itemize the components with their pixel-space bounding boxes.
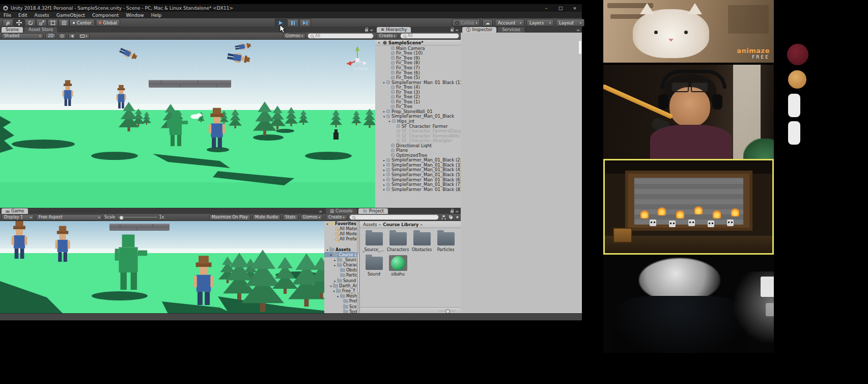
side-avatar-orange[interactable] [788,70,806,89]
space-toggle-button[interactable]: Global [96,19,120,26]
project-tree-scrollbar[interactable] [357,221,359,314]
hierarchy-item[interactable]: Directional Light [375,143,461,148]
asset-tile[interactable]: Particles [434,231,458,252]
tab-hierarchy[interactable]: ≡Hierarchy [377,27,411,33]
step-button[interactable] [299,19,311,27]
draw-mode-dropdown[interactable]: Shaded▾ [2,33,43,39]
hierarchy-item[interactable]: ▸ SimpleFarmer_Man_01_Black (3) [375,162,461,168]
project-tree-item[interactable]: ▸ Sound [324,278,359,283]
menu-item[interactable]: Edit [15,13,31,18]
transform-tool-button[interactable] [59,19,69,26]
collab-button[interactable]: ✓Collab▾ [452,19,480,26]
hierarchy-item[interactable]: SF_Character_FarmersDaughter [375,128,461,133]
maximize-button[interactable]: □ [553,4,568,12]
project-tree-item[interactable]: ▾ Free_T [324,288,359,293]
hierarchy-item[interactable]: Fir_Tree (8) [375,61,461,66]
panel-menu-icon[interactable]: ≡ [370,28,373,33]
panel-menu-icon[interactable]: ≡ [576,28,580,33]
pause-button[interactable] [287,19,299,27]
hierarchy-item[interactable]: ▸ SimpleFarmer_Man_01_Black (1) [375,80,461,85]
hierarchy-item[interactable]: Fir_Tree (10) [375,51,461,56]
hierarchy-item[interactable]: Plane [375,148,461,153]
side-panel-button[interactable] [788,94,800,117]
game-gizmos-dropdown[interactable]: Gizmos▾ [300,214,323,221]
hierarchy-item[interactable]: Fir_Tree [375,104,461,109]
hierarchy-item[interactable]: SF_Character_Farmer [375,124,461,129]
asset-tile[interactable]: Sound [362,255,386,277]
tab-inspector[interactable]: ⓘInspector [462,27,496,33]
close-button[interactable]: × [568,4,582,12]
project-tree-item[interactable]: ▾ Course Library [324,252,359,257]
menu-item[interactable]: File [0,13,15,18]
project-tree-item[interactable]: Particles [324,273,359,278]
lock-icon[interactable] [365,29,368,32]
minimize-button[interactable]: – [539,4,553,12]
panel-menu-icon[interactable]: ≡ [319,209,322,214]
hierarchy-item[interactable]: ▸ SimpleFarmer_Man_01_Black (8) [375,187,461,192]
pivot-toggle-button[interactable]: Center [69,19,95,26]
hierarchy-item[interactable]: Fir_Tree (3) [375,90,461,95]
project-tree-item[interactable]: All Models [324,231,359,236]
project-tree-item[interactable]: ▾ Assets [324,247,359,252]
hierarchy-item[interactable]: ▸ SimpleFarmer_Man_01_Black (5) [375,172,461,177]
asset-tile[interactable]: sibahu [386,255,410,277]
maximize-on-play-toggle[interactable]: Maximize On Play [209,214,250,221]
hierarchy-item[interactable]: ▾ SimpleFarmer_Man_01_Black [375,114,461,119]
search-by-label-icon[interactable] [449,215,454,220]
tab-game[interactable]: Game [2,208,28,214]
side-avatar-red[interactable] [787,44,808,65]
perspective-label[interactable]: ◂ Persp [354,66,368,71]
video-feed-host[interactable] [603,65,774,159]
hierarchy-item[interactable]: ▸ Hips_jnt [375,119,461,124]
layout-dropdown[interactable]: Layout▾ [556,19,584,26]
hierarchy-item[interactable]: ▸ SimpleFarmer_Man_01_Black (2) [375,158,461,163]
video-feed-minecraft-active[interactable] [603,159,774,255]
project-tree-item[interactable]: ▸ Characters [324,263,359,268]
account-dropdown[interactable]: Account▾ [495,19,524,26]
project-tree-item[interactable]: Scenes [324,304,359,309]
scale-tool-button[interactable] [36,19,47,26]
scene-viewport[interactable]: ◂ Persp [0,40,375,208]
panel-menu-icon[interactable]: ≡ [455,28,459,33]
side-panel-button[interactable] [788,121,800,145]
scene-search-input[interactable]: All [307,33,374,39]
video-feed-cat[interactable]: animaze FREE [603,0,774,63]
game-viewport[interactable] [0,221,324,314]
rect-tool-button[interactable] [47,19,58,26]
display-dropdown[interactable]: Display 1▾ [2,214,34,221]
aspect-dropdown[interactable]: Free Aspect▾ [36,214,102,221]
thumbnail-size-slider[interactable] [438,311,456,311]
project-tree-item[interactable]: ▸ Meshes [324,294,359,299]
project-tree-item[interactable]: Obstacles [324,268,359,273]
project-tree-item[interactable]: All Prefabs [324,237,359,242]
tab-asset-store[interactable]: Asset Store [24,27,57,33]
hierarchy-item[interactable]: Fir_Tree (1) [375,99,461,104]
layers-dropdown[interactable]: Layers▾ [526,19,554,26]
move-tool-button[interactable] [14,19,24,26]
hierarchy-item[interactable]: ▸ SimpleFarmer_Man_01_Black (6) [375,177,461,182]
hierarchy-item[interactable]: OptimizedTree [375,153,461,158]
breadcrumb-root[interactable]: Assets [363,222,377,227]
menu-item[interactable]: GameObject [53,13,89,18]
asset-tile[interactable]: _Source_Files [362,231,386,252]
lighting-toggle-button[interactable] [58,33,66,39]
asset-tile[interactable]: Obstacles [410,231,434,252]
mute-audio-toggle[interactable]: Mute Audio [253,214,281,221]
hierarchy-item[interactable]: Fir_Tree (4) [375,85,461,90]
lock-icon[interactable] [451,210,454,213]
audio-toggle-button[interactable] [68,33,76,39]
scene-root-row[interactable]: ▾ SampleScene* [375,40,461,46]
hierarchy-item[interactable]: ▸ SimpleFarmer_Man_01_Black (4) [375,168,461,173]
menu-item[interactable]: Assets [31,13,53,18]
rotate-tool-button[interactable] [25,19,36,26]
project-tree-item[interactable]: Prefabs [324,299,359,304]
project-create-dropdown[interactable]: Create▾ [326,214,347,221]
hierarchy-item[interactable]: ▸ SimpleFarmer_Man_01_Black (7) [375,182,461,187]
hierarchy-item[interactable]: Fir_Tree (2) [375,94,461,99]
project-tree-item[interactable] [324,242,359,247]
scale-slider[interactable] [118,217,157,217]
favorites-star-icon[interactable]: ★ [456,215,459,220]
hierarchy-item[interactable]: SF_Character_FarmersWife [375,133,461,139]
panel-menu-icon[interactable]: ≡ [455,209,459,214]
cloud-button[interactable]: ☁ [482,19,493,26]
